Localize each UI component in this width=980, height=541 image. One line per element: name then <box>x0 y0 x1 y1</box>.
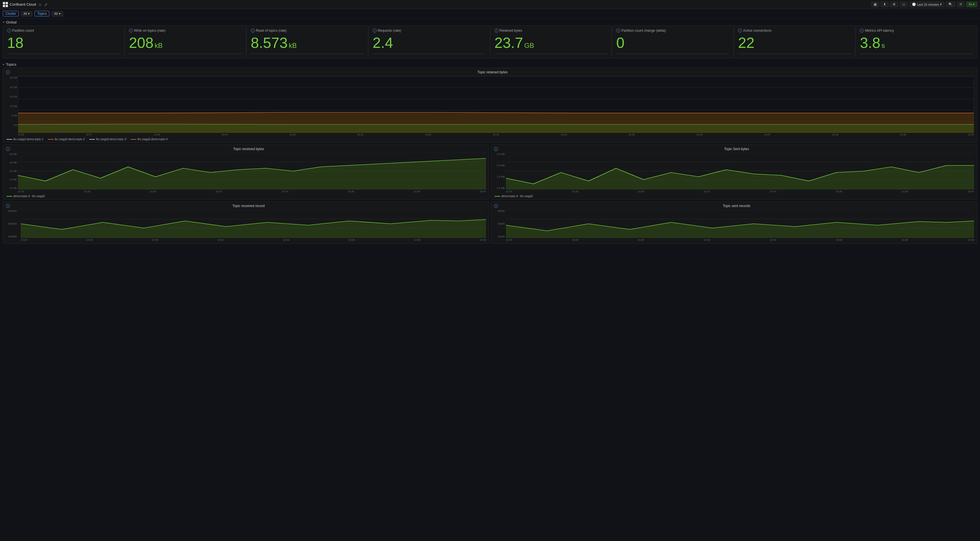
received-bytes-legend: demo-topic-4 · lkc-zwgq3 <box>6 194 486 198</box>
stat-sparkline-metrics-api-latency <box>860 54 973 54</box>
topics-filter-label: Topics <box>35 11 49 16</box>
stat-card-header-active-connections: i Active connections <box>738 29 851 33</box>
stat-card-requests-rate: i Requests (rate) 2.4 <box>368 25 490 58</box>
sent-bytes-chart: i Topic Sent bytes 2.5 MB 2.0 MB 1.5 MB <box>491 144 977 200</box>
retained-bytes-x-axis: 10:26 10:27 10:28 10:29 10:30 10:31 10:3… <box>18 133 974 136</box>
refresh-interval-button[interactable]: 5s ▾ <box>966 2 977 7</box>
received-records-x-axis: 10:26 10:28 10:30 10:32 10:34 10:36 10:3… <box>21 238 486 242</box>
stat-info-icon-write-on-topics[interactable]: i <box>129 29 133 33</box>
x-label-1033: 10:33 <box>493 133 500 136</box>
legend-line-topic-2 <box>48 139 54 140</box>
topics-section-header[interactable]: ▾ Topics <box>0 60 980 68</box>
retained-chart-info-icon[interactable]: i <box>6 70 10 74</box>
stat-info-icon-retained-bytes[interactable]: i <box>495 29 498 33</box>
received-chart-info-icon[interactable]: i <box>6 147 10 151</box>
sent-records-chart: i Topic sent records 40000 30000 20000 <box>491 201 977 244</box>
stat-card-title-read-of-topics: Read of topics (rate) <box>256 29 287 33</box>
logo-icon <box>3 2 8 7</box>
legend-topic-4: lkc-zwgq3-demo-topic-4 <box>130 138 167 141</box>
recv-records-info-icon[interactable]: i <box>6 204 10 208</box>
refresh-interval-label: 5s <box>969 3 972 6</box>
svg-marker-29 <box>506 221 974 238</box>
save-icon: ⬇ <box>883 3 886 6</box>
topics-filter-select[interactable]: All ▾ <box>52 11 63 16</box>
zoom-out-icon: 🔍 <box>948 3 953 6</box>
chart-type-button[interactable]: ▦ <box>871 2 879 7</box>
stat-value-metrics-api-latency: 3.8s <box>860 35 973 50</box>
panel-button[interactable]: ▭ <box>900 2 908 7</box>
filterbar: Cluster All ▾ Topics All ▾ <box>0 9 980 18</box>
y-label-0b: 0 B <box>6 124 17 127</box>
chevron-down-icon: ▾ <box>940 3 942 6</box>
cluster-chevron-icon: ▾ <box>28 12 30 16</box>
app-logo: Confluent Cloud <box>3 2 36 7</box>
star-icon[interactable]: ☆ <box>38 2 42 7</box>
y-10mb: 1.0 MB <box>494 187 505 189</box>
stat-card-header-metrics-api-latency: i Metrics API latency <box>860 29 973 33</box>
received-bytes-chart-area: 30 MB 28 MB 26 MB 24 MB 22 MB <box>18 153 486 189</box>
stat-cards-container: i Partition count 18 i Write on topics (… <box>0 25 980 60</box>
legend-line-topic-3 <box>89 139 95 140</box>
stat-info-icon-read-of-topics[interactable]: i <box>251 29 255 33</box>
time-range-selector[interactable]: 🕐 Last 15 minutes ▾ <box>910 2 945 7</box>
stat-sparkline-partition-count <box>7 54 120 54</box>
sent-chart-info-icon[interactable]: i <box>494 147 498 151</box>
sent-records-svg <box>506 209 974 238</box>
cluster-filter-select[interactable]: All ▾ <box>21 11 32 16</box>
settings-button[interactable]: ⚙ <box>890 2 898 7</box>
stat-value-read-of-topics: 8.573kB <box>251 35 364 50</box>
received-bytes-chart: i Topic received bytes 30 MB 28 MB 26 MB <box>3 144 489 200</box>
global-section-header[interactable]: ▾ Global <box>0 18 980 25</box>
stat-card-header-partition-count: i Partition count <box>7 29 120 33</box>
stat-card-title-active-connections: Active connections <box>743 29 772 33</box>
refresh-icon: ↺ <box>959 3 962 6</box>
stat-sparkline-partition-count-delta <box>616 54 729 54</box>
sent-records-info-icon[interactable]: i <box>494 204 498 208</box>
topics-chevron-icon: ▾ <box>59 12 60 16</box>
stat-card-retained-bytes: i Retained bytes 23.7GB <box>490 25 612 58</box>
y-500k: 500000 <box>6 209 17 213</box>
legend-line-recv <box>6 196 12 197</box>
x-label-1039: 10:39 <box>900 133 906 136</box>
x-label-1030: 10:30 <box>290 133 296 136</box>
y-24mb: 24 MB <box>6 178 17 181</box>
received-bytes-svg <box>18 153 486 189</box>
x-label-1032: 10:32 <box>425 133 431 136</box>
stat-card-header-partition-count-delta: i Partition count change (delta) <box>616 29 729 33</box>
stat-info-icon-partition-count-delta[interactable]: i <box>616 29 620 33</box>
row-received-sent-records: i Topic received record 500000 450000 40… <box>3 201 977 244</box>
stat-card-read-of-topics: i Read of topics (rate) 8.573kB <box>247 25 368 58</box>
legend-label-topic-2: lkc-zwgq3-demo-topic-2 <box>55 138 85 141</box>
retained-bytes-svg <box>18 76 974 133</box>
panel-icon: ▭ <box>902 3 905 6</box>
sent-bytes-chart-title: Topic Sent bytes <box>494 147 974 151</box>
stat-value-write-on-topics: 208kB <box>129 35 242 50</box>
y-25mb: 2.5 MB <box>494 153 505 155</box>
stat-info-icon-requests-rate[interactable]: i <box>373 29 377 33</box>
stat-value-partition-count-delta: 0 <box>616 35 729 50</box>
y-label-25gb: 25 GB <box>6 76 17 79</box>
stat-info-icon-active-connections[interactable]: i <box>738 29 742 33</box>
refresh-button[interactable]: ↺ <box>957 2 964 7</box>
zoom-out-button[interactable]: 🔍 <box>946 2 955 7</box>
y-450k: 450000 <box>6 222 17 225</box>
save-button[interactable]: ⬇ <box>881 2 888 7</box>
y-20k: 20000 <box>494 235 505 238</box>
legend-label-topic-3: lkc-zwgq3-demo-topic-3 <box>96 138 126 141</box>
sent-records-x-axis: 10:26 10:28 10:30 10:32 10:34 10:36 10:3… <box>506 238 974 242</box>
stat-info-icon-metrics-api-latency[interactable]: i <box>860 29 864 33</box>
received-bytes-chart-title: Topic received bytes <box>6 147 486 151</box>
y-label-15gb: 15 GB <box>6 95 17 98</box>
share-icon[interactable]: ⤢ <box>44 2 48 7</box>
stat-card-title-write-on-topics: Write on topics (rate) <box>134 29 165 33</box>
legend-line-sent <box>495 196 500 197</box>
stat-value-requests-rate: 2.4 <box>373 35 486 50</box>
y-label-5gb: 5 GB <box>6 114 17 117</box>
y-400k: 400000 <box>6 235 17 238</box>
stat-info-icon-partition-count[interactable]: i <box>7 29 11 33</box>
svg-marker-19 <box>506 165 974 189</box>
x-label-1034: 10:34 <box>560 133 567 136</box>
topbar: Confluent Cloud ☆ ⤢ ▦ ⬇ ⚙ ▭ 🕐 Last 15 mi… <box>0 0 980 9</box>
clock-icon: 🕐 <box>912 3 916 6</box>
app-title: Confluent Cloud <box>10 2 36 6</box>
